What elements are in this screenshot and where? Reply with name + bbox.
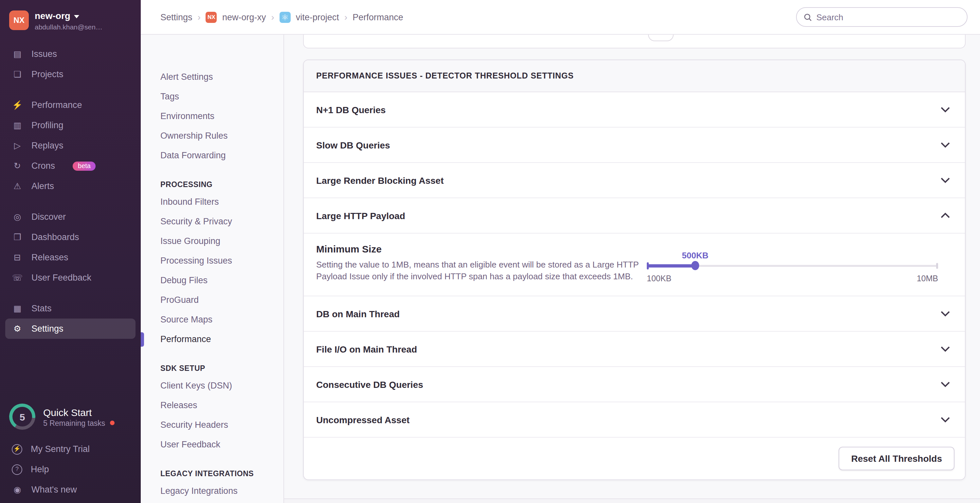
- settings-nav-item[interactable]: Issue Grouping: [141, 232, 283, 251]
- primary-nav: ▤ Issues ❏ Projects ⚡ Performance ▥ Prof…: [0, 31, 141, 339]
- nav-icon: ▤: [12, 49, 23, 59]
- sidebar-nav-item[interactable]: ▥ Profiling: [5, 115, 135, 135]
- quick-start-widget[interactable]: 5 Quick Start 5 Remaining tasks: [0, 403, 141, 430]
- settings-nav-item[interactable]: User Feedback: [141, 435, 283, 455]
- nav-label: Profiling: [32, 121, 64, 130]
- settings-nav-item[interactable]: Legacy Integrations: [141, 481, 283, 501]
- settings-nav-label: Issue Grouping: [161, 236, 220, 246]
- settings-nav-item[interactable]: Security & Privacy: [141, 212, 283, 232]
- settings-nav-item[interactable]: Client Keys (DSN): [141, 376, 283, 396]
- accordion-row[interactable]: N+1 DB Queries: [304, 92, 965, 127]
- chevron-down-icon[interactable]: [941, 381, 950, 387]
- settings-nav-item[interactable]: Data Forwarding: [141, 146, 283, 165]
- sidebar-nav-item[interactable]: ◎ Discover: [5, 207, 135, 227]
- settings-nav-item[interactable]: Performance: [141, 330, 283, 349]
- breadcrumb-item[interactable]: › NX new-org-xy: [198, 11, 266, 22]
- settings-nav-label: Releases: [161, 400, 197, 410]
- slider-fill: [647, 264, 695, 268]
- settings-nav-item[interactable]: Tags: [141, 87, 283, 106]
- settings-nav-item[interactable]: PROCESSING: [141, 177, 283, 192]
- sidebar-nav-item[interactable]: ⚡ My Sentry Trial: [5, 439, 135, 459]
- accordion-row-label: Consecutive DB Queries: [316, 379, 423, 390]
- primary-sidebar: NX new-org abdullah.khan@sen… ▤ Issues ❏…: [0, 0, 141, 503]
- search-input[interactable]: [816, 12, 960, 22]
- settings-nav-item[interactable]: Releases: [141, 396, 283, 415]
- settings-nav-item[interactable]: Processing Issues: [141, 251, 283, 271]
- top-bar: Settings › NX new-org-xy › ⚛ vite-projec…: [141, 0, 980, 35]
- org-switcher[interactable]: NX new-org abdullah.khan@sen…: [0, 0, 141, 31]
- org-name: new-org: [35, 11, 102, 21]
- accordion-row[interactable]: Slow DB Queries: [304, 127, 965, 163]
- search-box[interactable]: [796, 7, 967, 27]
- accordion-row[interactable]: Uncompressed Asset: [304, 402, 965, 438]
- sidebar-nav-item[interactable]: ⊟ Releases: [5, 247, 135, 268]
- page-bottom-strip: [284, 498, 980, 503]
- sidebar-nav-item[interactable]: ↻ Crons beta: [5, 156, 135, 176]
- settings-nav-item[interactable]: Environments: [141, 106, 283, 126]
- settings-nav-item[interactable]: ProGuard: [141, 290, 283, 310]
- breadcrumb-item[interactable]: Settings: [161, 12, 192, 22]
- settings-nav-item[interactable]: Alert Settings: [141, 67, 283, 87]
- settings-nav: Alert Settings Tags Environments Ownersh…: [141, 35, 284, 503]
- accordion-row-label: File I/O on Main Thread: [316, 344, 417, 354]
- settings-nav-item[interactable]: Ownership Rules: [141, 126, 283, 146]
- settings-nav-item[interactable]: Inbound Filters: [141, 192, 283, 212]
- accordion-row[interactable]: Large Render Blocking Asset: [304, 163, 965, 198]
- accordion-row[interactable]: Consecutive DB Queries: [304, 367, 965, 402]
- sidebar-nav-item[interactable]: ▦ Stats: [5, 298, 135, 319]
- accordion-row-label: Large Render Blocking Asset: [316, 175, 444, 186]
- scrolled-panel-remainder: [303, 35, 966, 48]
- settings-nav-item[interactable]: SDK SETUP: [141, 360, 283, 376]
- nav-icon: ❒: [12, 232, 23, 242]
- settings-nav-item[interactable]: Source Maps: [141, 310, 283, 330]
- sidebar-nav-item[interactable]: ⚡ Performance: [5, 95, 135, 115]
- slider-thumb[interactable]: [691, 261, 699, 270]
- org-meta: new-org abdullah.khan@sen…: [35, 11, 102, 31]
- breadcrumb-item[interactable]: › ⚛ vite-project: [271, 11, 339, 22]
- settings-nav-label: LEGACY INTEGRATIONS: [161, 470, 254, 478]
- breadcrumb-item[interactable]: › Performance: [344, 12, 403, 22]
- breadcrumb-separator: ›: [271, 12, 274, 22]
- chevron-down-icon[interactable]: [941, 346, 950, 352]
- nav-icon: ☏: [12, 273, 23, 282]
- progress-ring-value: 5: [9, 403, 35, 430]
- nav-label: Settings: [32, 324, 64, 333]
- sidebar-nav-item[interactable]: ❏ Projects: [5, 64, 135, 84]
- settings-nav-item[interactable]: Debug Files: [141, 271, 283, 290]
- panel-footer: Reset All Thresholds: [304, 438, 965, 479]
- sidebar-nav-item[interactable]: ❒ Dashboards: [5, 227, 135, 247]
- sidebar-nav-item[interactable]: ? Help: [5, 459, 135, 479]
- sidebar-nav-item[interactable]: ▤ Issues: [5, 44, 135, 64]
- settings-nav-label: Debug Files: [161, 275, 207, 285]
- quick-start-text: Quick Start 5 Remaining tasks: [43, 406, 114, 427]
- chevron-down-icon[interactable]: [941, 142, 950, 148]
- reset-all-thresholds-button[interactable]: Reset All Thresholds: [839, 447, 955, 470]
- settings-nav-label: PROCESSING: [161, 181, 212, 188]
- sidebar-nav-item[interactable]: ▷ Replays: [5, 135, 135, 156]
- chevron-down-icon[interactable]: [941, 311, 950, 317]
- settings-nav-item[interactable]: LEGACY INTEGRATIONS: [141, 466, 283, 481]
- settings-nav-label: Client Keys (DSN): [161, 381, 232, 390]
- search-icon: [804, 13, 812, 21]
- chevron-down-icon[interactable]: [941, 213, 950, 219]
- nav-icon: ❏: [12, 69, 23, 79]
- accordion-row[interactable]: File I/O on Main Thread: [304, 332, 965, 367]
- nav-label: Crons: [32, 161, 55, 171]
- sidebar-nav-item[interactable]: ☏ User Feedback: [5, 268, 135, 288]
- chevron-down-icon[interactable]: [941, 106, 950, 113]
- settings-nav-label: User Feedback: [161, 440, 220, 449]
- accordion-row[interactable]: DB on Main Thread: [304, 296, 965, 332]
- sidebar-nav-item[interactable]: ⚠ Alerts: [5, 176, 135, 196]
- settings-body: Alert Settings Tags Environments Ownersh…: [141, 35, 980, 503]
- accordion-rows-bottom: DB on Main Thread File I/O on Main Threa…: [304, 296, 965, 438]
- accordion-row[interactable]: Large HTTP Payload: [304, 198, 965, 233]
- chevron-down-icon[interactable]: [941, 177, 950, 183]
- toggle-partial-icon: [648, 35, 674, 41]
- breadcrumb-label: Settings: [161, 12, 192, 22]
- slider-min-tick: [647, 262, 649, 270]
- sidebar-nav-item[interactable]: ◉ What's new: [5, 479, 135, 500]
- settings-nav-item[interactable]: Security Headers: [141, 415, 283, 435]
- chevron-down-icon[interactable]: [941, 417, 950, 422]
- sidebar-nav-item[interactable]: ⚙ Settings: [5, 319, 135, 339]
- slider-min-label: 100KB: [647, 274, 671, 283]
